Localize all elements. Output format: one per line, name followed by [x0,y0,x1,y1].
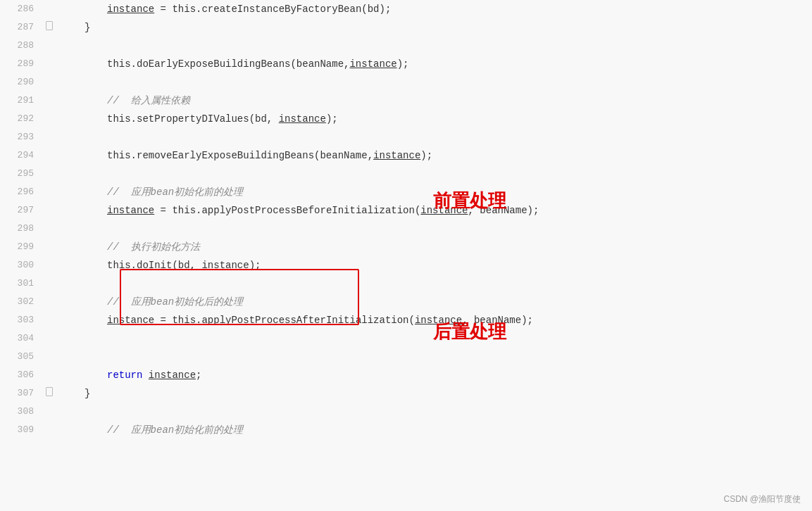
line-icon-cell [42,37,56,55]
code-text: .applyPostProcessAfterInitialization( [196,315,415,326]
code-line: this.setPropertyDIValues(bd, instance); [56,110,812,128]
comment: 初始化前的处理 [174,424,243,436]
line-number: 304 [0,329,42,348]
line-icon-cell [42,183,56,201]
code-text: ); [326,113,338,125]
line-icon-cell [42,421,56,439]
table-row: 297instance = this.applyPostProcessBefor… [0,201,812,220]
table-row: 295 [0,165,812,183]
code-line [56,128,812,146]
line-icon-cell [42,0,56,18]
code-line: // 应用bean初始化后的处理 [56,293,812,311]
code-line [56,37,812,55]
table-row: 307} [0,384,812,403]
comment-italic: bean [151,296,175,308]
keyword-this: this [107,113,131,125]
code-line: } [56,18,812,37]
code-text: = [154,4,172,15]
comment-italic: bean [151,424,175,436]
code-text: instance [149,370,196,381]
line-number: 303 [0,311,42,329]
line-number: 296 [0,183,42,201]
code-text: = [154,205,172,216]
code-line [56,73,812,92]
code-line: this.doEarlyExposeBuildingBeans(beanName… [56,55,812,73]
code-text: instance [279,113,326,125]
table-row: 294this.removeEarlyExposeBuildingBeans(b… [0,146,812,165]
table-row: 293 [0,128,812,146]
line-number: 286 [0,0,42,18]
table-row: 300this.doInit(bd, instance); [0,256,812,275]
code-text: } [85,388,90,399]
pre-annotation: 前置处理 [433,189,506,213]
code-text: instance [107,4,154,15]
keyword: return [107,370,142,381]
bookmark-icon [46,21,53,30]
table-row: 290 [0,73,812,92]
line-number: 291 [0,92,42,110]
line-icon-cell [42,311,56,329]
code-line: // 应用bean初始化前的处理 [56,421,812,439]
table-row: 298 [0,220,812,238]
line-number: 300 [0,256,42,275]
line-icon-cell [42,256,56,275]
table-row: 288 [0,37,812,55]
line-number: 301 [0,275,42,293]
code-line: this.removeEarlyExposeBuildingBeans(bean… [56,146,812,165]
code-line: instance = this.createInstanceByFactoryB… [56,0,812,18]
code-text: instance [373,150,420,161]
post-annotation: 后置处理 [433,320,506,344]
comment: // 应用 [107,296,151,308]
code-line [56,403,812,421]
line-icon-cell [42,403,56,421]
line-number: 294 [0,146,42,165]
line-icon-cell [42,110,56,128]
keyword-this: this [107,260,131,271]
code-line [56,220,812,238]
code-text [142,370,148,381]
code-text: instance [107,205,154,216]
code-text: ); [397,58,409,70]
comment: // 应用 [107,187,151,198]
table-row: 303instance = this.applyPostProcessAfter… [0,311,812,329]
code-text: .doInit(bd, [131,260,202,271]
line-icon-cell [42,92,56,110]
line-number: 295 [0,165,42,183]
code-text: .removeEarlyExposeBuildingBeans(beanName… [131,150,373,161]
code-text: .applyPostProcessBeforeInitialization( [196,205,420,216]
code-container: 286instance = this.createInstanceByFacto… [0,0,812,511]
line-icon-cell [42,73,56,92]
code-text: ); [249,260,261,271]
keyword-this: this [172,4,196,15]
line-icon-cell [42,329,56,348]
line-number: 289 [0,55,42,73]
code-text: } [85,22,90,33]
line-icon-cell [42,366,56,384]
line-icon-cell [42,55,56,73]
code-text: .doEarlyExposeBuildingBeans(beanName, [131,58,350,70]
code-text: instance [107,315,154,326]
line-icon-cell [42,238,56,256]
code-text: ); [420,150,432,161]
line-icon-cell [42,18,56,37]
table-row: 299// 执行初始化方法 [0,238,812,256]
table-row: 309// 应用bean初始化前的处理 [0,421,812,439]
code-text: instance [201,260,249,271]
comment: 初始化后的处理 [174,296,243,308]
table-row: 291// 给入属性依赖 [0,92,812,110]
table-row: 296// 应用bean初始化前的处理 [0,183,812,201]
table-row: 292this.setPropertyDIValues(bd, instance… [0,110,812,128]
table-row: 286instance = this.createInstanceByFacto… [0,0,812,18]
line-number: 305 [0,348,42,366]
code-text: .createInstanceByFactoryBean(bd); [196,4,391,15]
line-number: 287 [0,18,42,37]
comment-italic: bean [151,187,175,198]
line-number: 299 [0,238,42,256]
comment: // 应用 [107,424,151,436]
code-text: = [154,315,172,326]
code-text: instance [349,58,396,70]
table-row: 306return instance; [0,366,812,384]
line-number: 309 [0,421,42,439]
code-table: 286instance = this.createInstanceByFacto… [0,0,812,439]
code-line: this.doInit(bd, instance); [56,256,812,275]
